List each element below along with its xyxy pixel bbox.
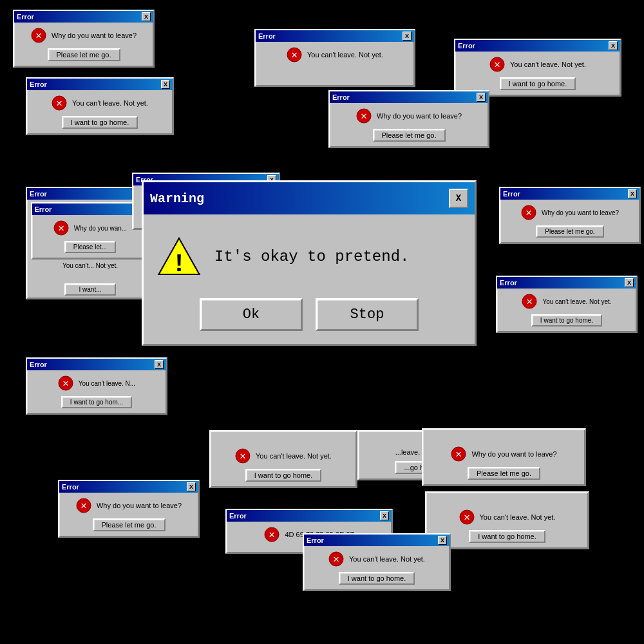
title-text-3: Error: [258, 32, 276, 40]
svg-text:✕: ✕: [80, 500, 87, 512]
title-text-7b: Error: [35, 205, 52, 213]
error-icon-13: ✕: [451, 446, 466, 462]
please-btn-5[interactable]: Please let me go.: [373, 129, 446, 142]
titlebar-2: Error X: [27, 79, 173, 90]
please-btn-7b[interactable]: Please let...: [64, 241, 116, 253]
msg-text-13: Why do you want to leave?: [471, 450, 556, 458]
error-dialog-9: Error X ✕ You can't leave. Not yet. I wa…: [496, 276, 638, 333]
msg-row-11: ✕ You can't leave. Not yet.: [235, 448, 332, 464]
error-icon-9: ✕: [522, 294, 537, 309]
title-text-15: Error: [62, 483, 79, 491]
warning-dialog-main: Warning X ! It's okay to pretend. Ok Sto…: [142, 180, 477, 346]
svg-text:✕: ✕: [526, 207, 532, 219]
title-text-8: Error: [503, 190, 520, 198]
close-btn-4[interactable]: X: [609, 41, 618, 50]
error-icon-4: ✕: [489, 57, 505, 72]
body-9: ✕ You can't leave. Not yet. I want to go…: [497, 289, 636, 332]
close-btn-8[interactable]: X: [628, 189, 637, 198]
close-btn-10[interactable]: X: [155, 360, 164, 369]
ok-button[interactable]: Ok: [200, 298, 303, 331]
error-icon-2: ✕: [52, 95, 67, 111]
error-dialog-1: Error X ✕ Why do you want to leave? Plea…: [13, 10, 155, 68]
warning-close-btn[interactable]: X: [449, 189, 468, 208]
error-dialog-17: Error X ✕ You can't leave. Not yet. I wa…: [303, 533, 451, 591]
iwant-btn-17[interactable]: I want to go home.: [339, 572, 415, 585]
iwant-btn-9[interactable]: I want to go home.: [531, 314, 602, 327]
msg-row-9: ✕ You can't leave. Not yet.: [522, 294, 611, 309]
msg-row-8: ✕ Why do you want to leave?: [521, 205, 619, 220]
error-icon-17: ✕: [328, 551, 344, 567]
title-text-9: Error: [500, 279, 517, 287]
msg-row-15: ✕ Why do you want to leave?: [76, 498, 182, 513]
warning-triangle-icon: !: [156, 234, 202, 279]
error-dialog-13: ✕ Why do you want to leave? Please let m…: [422, 428, 586, 486]
error-icon-10: ✕: [58, 375, 73, 391]
iwant-btn-11[interactable]: I want to go home.: [245, 469, 322, 482]
body-10: ✕ You can't leave. N... I want to go hom…: [27, 370, 166, 413]
please-btn-8[interactable]: Please let me go.: [536, 225, 603, 238]
please-btn-15[interactable]: Please let me go.: [93, 518, 166, 531]
error-icon-16: ✕: [264, 527, 279, 542]
svg-text:✕: ✕: [494, 59, 500, 71]
error-icon-5: ✕: [356, 108, 372, 124]
svg-text:✕: ✕: [527, 296, 533, 308]
msg-row-17: ✕ You can't leave. Not yet.: [328, 551, 425, 567]
msg-text-11: You can't leave. Not yet.: [256, 452, 332, 460]
svg-text:✕: ✕: [291, 50, 298, 61]
titlebar-7b: Error X: [32, 204, 149, 215]
error-icon-3: ✕: [287, 47, 302, 62]
close-btn-2[interactable]: X: [161, 80, 170, 89]
warning-body: ! It's okay to pretend. Ok Stop: [144, 214, 475, 344]
msg-row-14: ✕ You can't leave. Not yet.: [459, 509, 556, 525]
title-text-7: Error: [30, 190, 47, 198]
cant-text-7: You can't... Not yet.: [62, 262, 118, 269]
svg-text:✕: ✕: [361, 111, 367, 122]
msg-row-3: ✕ You can't leave. Not yet.: [287, 47, 383, 62]
iwant-btn-7[interactable]: I want...: [64, 283, 116, 296]
svg-text:✕: ✕: [62, 378, 69, 390]
msg-row-7b: ✕ Why do you wan...: [53, 220, 127, 236]
svg-text:✕: ✕: [58, 223, 64, 234]
msg-text-14: You can't leave. Not yet.: [480, 513, 556, 521]
titlebar-15: Error X: [59, 481, 198, 493]
msg-text-9: You can't leave. Not yet.: [542, 298, 611, 305]
warning-buttons-row: Ok Stop: [156, 298, 462, 331]
error-dialog-4: Error X ✕ You can't leave. Not yet. I wa…: [454, 39, 621, 97]
close-btn-15[interactable]: X: [187, 482, 196, 491]
close-btn-9[interactable]: X: [625, 278, 634, 287]
svg-text:✕: ✕: [240, 451, 246, 462]
svg-text:✕: ✕: [333, 554, 339, 565]
body-3: ✕ You can't leave. Not yet. I want to go…: [256, 42, 414, 86]
msg-row-5: ✕ Why do you want to leave?: [356, 108, 462, 124]
close-btn-3[interactable]: X: [402, 32, 412, 41]
please-btn-13[interactable]: Please let me go.: [468, 467, 540, 480]
iwant-btn-10[interactable]: I want to go hom...: [61, 396, 132, 408]
body-13: ✕ Why do you want to leave? Please let m…: [423, 441, 585, 485]
msg-row-1: ✕ Why do you want to leave?: [31, 28, 137, 43]
iwant-btn-2[interactable]: I want to go home.: [62, 116, 138, 129]
close-btn-16[interactable]: X: [380, 511, 389, 520]
error-icon-14: ✕: [459, 509, 475, 525]
msg-text-7b: Why do you wan...: [74, 225, 127, 232]
stop-button[interactable]: Stop: [316, 298, 419, 331]
error-icon-8: ✕: [521, 205, 536, 220]
titlebar-5: Error X: [330, 91, 488, 103]
error-icon-7b: ✕: [53, 220, 69, 236]
close-btn-5[interactable]: X: [477, 93, 486, 102]
error-icon-15: ✕: [76, 498, 91, 513]
title-text-1: Error: [17, 13, 34, 21]
svg-text:✕: ✕: [456, 449, 462, 460]
please-btn-1[interactable]: Please let me go.: [48, 48, 120, 61]
body-8: ✕ Why do you want to leave? Please let m…: [500, 200, 639, 243]
msg-row-4: ✕ You can't leave. Not yet.: [489, 57, 586, 72]
error-dialog-3: Error X ✕ You can't leave. Not yet. I wa…: [254, 29, 415, 87]
msg-text-4: You can't leave. Not yet.: [510, 61, 586, 68]
iwant-btn-4[interactable]: I want to go home.: [500, 77, 576, 90]
iwant-btn-14[interactable]: I want to go home.: [469, 530, 545, 543]
close-btn-17[interactable]: X: [438, 536, 447, 545]
body-17: ✕ You can't leave. Not yet. I want to go…: [304, 546, 450, 590]
msg-text-15: Why do you want to leave?: [97, 502, 182, 509]
close-btn-1[interactable]: X: [142, 12, 151, 21]
title-text-17: Error: [307, 536, 324, 544]
body-15: ✕ Why do you want to leave? Please let m…: [59, 493, 198, 536]
